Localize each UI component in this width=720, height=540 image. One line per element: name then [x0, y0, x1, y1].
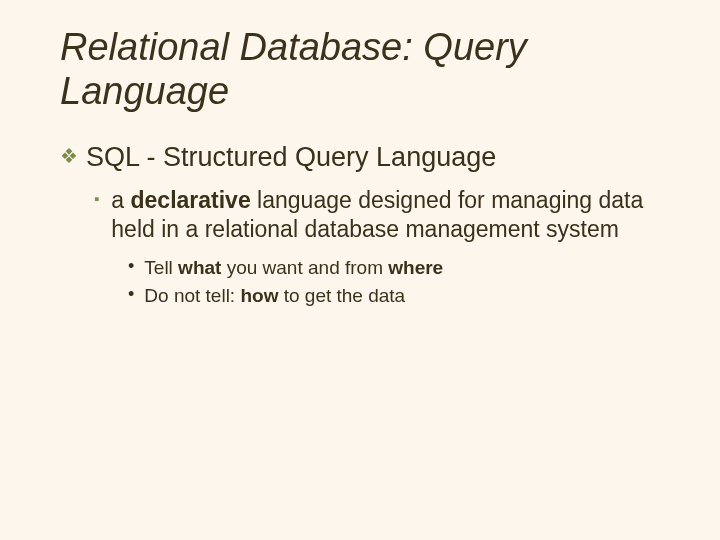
list-item: • Do not tell: how to get the data — [128, 283, 680, 309]
list-item: ▪ a declarative language designed for ma… — [94, 186, 680, 244]
slide-title: Relational Database: Query Language — [60, 26, 680, 113]
lvl1-text: SQL - Structured Query Language — [86, 141, 496, 173]
list-item: ❖ SQL - Structured Query Language — [60, 141, 680, 173]
dot-bullet-icon: • — [128, 283, 134, 306]
list-item: • Tell what you want and from where — [128, 255, 680, 281]
lvl2-text: a declarative language designed for mana… — [111, 186, 680, 244]
slide: Relational Database: Query Language ❖ SQ… — [0, 0, 720, 540]
dot-bullet-icon: • — [128, 255, 134, 278]
lvl3-text: Tell what you want and from where — [144, 255, 443, 281]
bullet-level3: • Tell what you want and from where • Do… — [128, 255, 680, 308]
bullet-level1: ❖ SQL - Structured Query Language — [60, 141, 680, 173]
bullet-level2: ▪ a declarative language designed for ma… — [94, 186, 680, 244]
square-bullet-icon: ▪ — [94, 191, 99, 206]
diamond-bullet-icon: ❖ — [60, 146, 78, 166]
lvl3-text: Do not tell: how to get the data — [144, 283, 405, 309]
